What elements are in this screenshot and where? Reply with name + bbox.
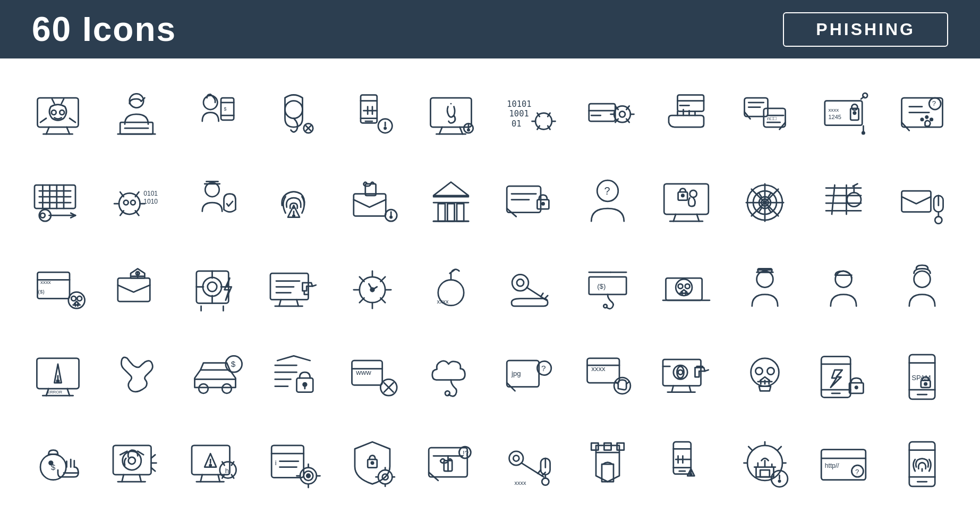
svg-text:$: $	[231, 359, 235, 368]
svg-line-173	[853, 184, 858, 186]
svg-rect-386	[604, 443, 611, 450]
svg-line-216	[380, 277, 385, 282]
icon-cell-officer-shield	[178, 162, 252, 243]
svg-point-177	[935, 216, 942, 223]
svg-point-6	[52, 110, 56, 115]
svg-point-318	[49, 461, 53, 465]
svg-text:?: ?	[855, 468, 859, 476]
svg-text:?: ?	[542, 364, 547, 373]
svg-point-94	[921, 119, 923, 121]
icon-cell-http-question: http// ?	[807, 423, 880, 505]
svg-rect-230	[589, 277, 626, 295]
svg-line-336	[218, 475, 219, 482]
icon-cell-infected-monitor	[21, 74, 95, 156]
icon-cell-mobile-fingerprint	[885, 423, 959, 505]
icon-cell-chat-gift-question: !?	[414, 423, 488, 505]
svg-line-147	[674, 214, 676, 221]
svg-text:($): ($)	[598, 282, 606, 290]
icon-cell-officer-bust	[728, 249, 802, 331]
svg-text:jpg: jpg	[511, 369, 521, 377]
svg-line-217	[359, 298, 364, 302]
svg-rect-404	[760, 470, 770, 477]
svg-point-236	[678, 284, 683, 289]
svg-point-256	[222, 384, 232, 393]
svg-point-119	[124, 200, 129, 205]
icon-cell-safe-lightning	[178, 249, 252, 331]
icon-cell-envelope-mouse	[885, 162, 959, 243]
icon-cell-chat-lock	[493, 162, 566, 243]
svg-point-314	[924, 383, 926, 385]
svg-rect-384	[592, 443, 599, 450]
svg-line-335	[200, 475, 202, 482]
svg-text:xxxx: xxxx	[829, 107, 839, 113]
icon-cell-error-monitor: ERROR	[21, 336, 95, 418]
svg-text:n□□: n□□	[768, 115, 777, 121]
svg-point-232	[604, 305, 608, 308]
icon-cell-bank-building	[414, 162, 488, 243]
svg-point-330	[128, 457, 135, 464]
svg-line-148	[697, 214, 699, 221]
svg-text:xxxx: xxxx	[437, 298, 449, 305]
page-header: 60 Icons PHISHING	[0, 0, 980, 58]
svg-line-289	[705, 370, 709, 371]
svg-text:xxxx: xxxx	[515, 480, 527, 486]
svg-point-381	[542, 478, 549, 485]
svg-line-204	[296, 300, 298, 306]
svg-point-82	[852, 104, 858, 110]
svg-point-237	[685, 284, 690, 289]
svg-point-125	[293, 215, 294, 217]
icon-cell-password-card: xxxx 1245	[807, 74, 880, 156]
svg-rect-62	[678, 95, 704, 112]
svg-point-255	[199, 384, 208, 393]
svg-rect-135	[457, 204, 464, 221]
icon-cell-www-stop: www	[336, 336, 409, 418]
svg-point-224	[513, 274, 529, 291]
category-badge: PHISHING	[783, 12, 948, 47]
icon-cell-skull-laptop	[650, 249, 723, 331]
icon-cell-spam-phone: SPAM	[885, 336, 959, 418]
svg-rect-146	[664, 184, 709, 214]
svg-line-325	[139, 475, 141, 482]
svg-point-359	[371, 462, 373, 464]
icon-cell-spider-web-bug	[728, 162, 802, 243]
svg-line-324	[122, 475, 123, 482]
svg-line-286	[672, 386, 674, 392]
svg-point-307	[855, 386, 857, 389]
icon-cell-money-bag-hand: $	[21, 423, 95, 505]
svg-point-121	[205, 183, 219, 197]
icon-cell-monitor-warning-bug: h	[178, 423, 252, 505]
icon-count-label: 60 Icons	[32, 10, 176, 49]
icon-cell-monitor-lock-game	[650, 162, 723, 243]
icon-cell-envelope-gift-alert	[336, 162, 409, 243]
icon-cell-bank-mobile-alert	[336, 74, 409, 156]
svg-point-151	[681, 195, 684, 197]
icon-cell-chat-jpg: jpg ?	[493, 336, 566, 418]
svg-line-287	[689, 386, 691, 392]
svg-point-96	[930, 119, 932, 121]
svg-point-297	[768, 367, 774, 374]
svg-text:1001: 1001	[509, 109, 529, 119]
svg-point-183	[69, 292, 85, 308]
svg-text:01: 01	[512, 119, 522, 129]
icon-cell-anonymous-bust	[885, 249, 959, 331]
icon-cell-bug-binary: 0101 1010	[100, 162, 173, 243]
icon-cell-bug-clock	[336, 249, 409, 331]
svg-line-206	[312, 285, 316, 286]
svg-point-61	[619, 111, 625, 117]
svg-rect-0	[37, 98, 78, 127]
svg-point-292	[678, 370, 683, 375]
icon-cell-car-dollar: $	[178, 336, 252, 418]
svg-text:?: ?	[604, 185, 610, 197]
svg-rect-179	[37, 272, 70, 299]
icon-cell-phone-broken	[100, 336, 173, 418]
icon-cell-phishing-hook-alert	[257, 74, 330, 156]
svg-point-171	[847, 192, 861, 206]
svg-line-1	[46, 127, 49, 134]
svg-rect-51	[589, 104, 616, 121]
icon-cell-fingerprint-alert	[257, 162, 330, 243]
svg-text:1245: 1245	[829, 114, 841, 120]
svg-rect-133	[438, 204, 445, 221]
icon-cell-email-virus	[100, 249, 173, 331]
svg-point-339	[209, 465, 211, 466]
icon-cell-info-target: i	[257, 423, 330, 505]
